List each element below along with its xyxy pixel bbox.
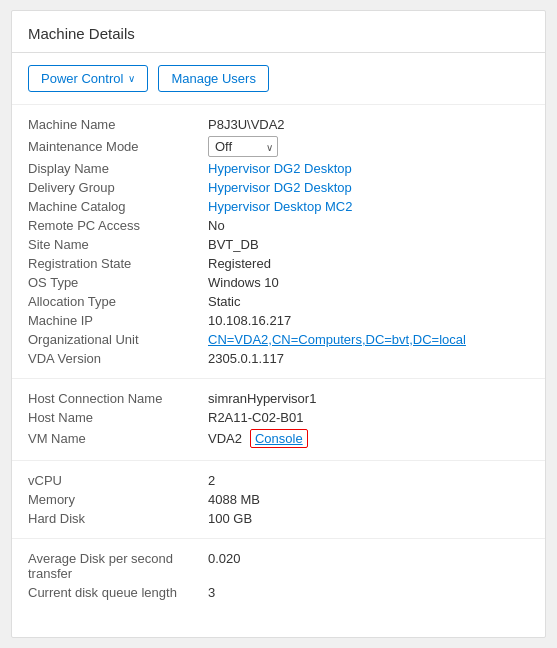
machine-properties-section: Machine Name P8J3U\VDA2 Maintenance Mode… (12, 105, 545, 379)
field-label-remote-pc-access: Remote PC Access (28, 218, 208, 233)
manage-users-button[interactable]: Manage Users (158, 65, 269, 92)
field-label-organizational-unit: Organizational Unit (28, 332, 208, 347)
field-value-site-name: BVT_DB (208, 237, 259, 252)
field-label-delivery-group: Delivery Group (28, 180, 208, 195)
panel-title: Machine Details (12, 11, 545, 53)
field-value-avg-disk-transfer: 0.020 (208, 551, 241, 566)
field-value-hard-disk: 100 GB (208, 511, 252, 526)
field-value-disk-queue-length: 3 (208, 585, 215, 600)
host-info-section: Host Connection Name simranHypervisor1 H… (12, 379, 545, 461)
table-row: Machine Name P8J3U\VDA2 (28, 117, 529, 132)
field-label-site-name: Site Name (28, 237, 208, 252)
field-label-vda-version: VDA Version (28, 351, 208, 366)
field-label-disk-queue-length: Current disk queue length (28, 585, 208, 600)
power-control-label: Power Control (41, 71, 123, 86)
table-row: Maintenance Mode Off On (28, 136, 529, 157)
table-row: OS Type Windows 10 (28, 275, 529, 290)
field-value-vm-name: VDA2 (208, 431, 242, 446)
machine-details-panel: Machine Details Power Control ∨ Manage U… (11, 10, 546, 638)
field-label-vcpu: vCPU (28, 473, 208, 488)
field-value-host-connection-name: simranHypervisor1 (208, 391, 316, 406)
disk-stats-section: Average Disk per second transfer 0.020 C… (12, 539, 545, 612)
field-value-os-type: Windows 10 (208, 275, 279, 290)
maintenance-mode-select[interactable]: Off On (208, 136, 278, 157)
field-label-machine-ip: Machine IP (28, 313, 208, 328)
field-value-vcpu: 2 (208, 473, 215, 488)
field-label-allocation-type: Allocation Type (28, 294, 208, 309)
table-row: Machine IP 10.108.16.217 (28, 313, 529, 328)
table-row: Delivery Group Hypervisor DG2 Desktop (28, 180, 529, 195)
table-row: VDA Version 2305.0.1.117 (28, 351, 529, 366)
field-value-machine-ip: 10.108.16.217 (208, 313, 291, 328)
table-row: Current disk queue length 3 (28, 585, 529, 600)
toolbar: Power Control ∨ Manage Users (12, 53, 545, 105)
field-value-machine-name: P8J3U\VDA2 (208, 117, 285, 132)
field-value-registration-state: Registered (208, 256, 271, 271)
table-row: Display Name Hypervisor DG2 Desktop (28, 161, 529, 176)
table-row: Average Disk per second transfer 0.020 (28, 551, 529, 581)
field-value-delivery-group[interactable]: Hypervisor DG2 Desktop (208, 180, 352, 195)
console-link[interactable]: Console (250, 429, 308, 448)
field-label-maintenance-mode: Maintenance Mode (28, 139, 208, 154)
maintenance-mode-select-wrapper[interactable]: Off On (208, 136, 278, 157)
table-row: vCPU 2 (28, 473, 529, 488)
table-row: Machine Catalog Hypervisor Desktop MC2 (28, 199, 529, 214)
table-row: Memory 4088 MB (28, 492, 529, 507)
field-label-host-name: Host Name (28, 410, 208, 425)
resource-section: vCPU 2 Memory 4088 MB Hard Disk 100 GB (12, 461, 545, 539)
field-label-memory: Memory (28, 492, 208, 507)
field-label-vm-name: VM Name (28, 431, 208, 446)
field-label-machine-catalog: Machine Catalog (28, 199, 208, 214)
field-label-avg-disk-transfer: Average Disk per second transfer (28, 551, 208, 581)
table-row: VM Name VDA2 Console (28, 429, 529, 448)
field-label-hard-disk: Hard Disk (28, 511, 208, 526)
table-row: Host Name R2A11-C02-B01 (28, 410, 529, 425)
field-label-os-type: OS Type (28, 275, 208, 290)
field-value-display-name[interactable]: Hypervisor DG2 Desktop (208, 161, 352, 176)
field-label-display-name: Display Name (28, 161, 208, 176)
field-value-vda-version: 2305.0.1.117 (208, 351, 284, 366)
manage-users-label: Manage Users (171, 71, 256, 86)
field-label-host-connection-name: Host Connection Name (28, 391, 208, 406)
table-row: Organizational Unit CN=VDA2,CN=Computers… (28, 332, 529, 347)
field-value-remote-pc-access: No (208, 218, 225, 233)
table-row: Hard Disk 100 GB (28, 511, 529, 526)
field-value-organizational-unit[interactable]: CN=VDA2,CN=Computers,DC=bvt,DC=local (208, 332, 466, 347)
table-row: Remote PC Access No (28, 218, 529, 233)
field-label-machine-name: Machine Name (28, 117, 208, 132)
field-value-machine-catalog[interactable]: Hypervisor Desktop MC2 (208, 199, 353, 214)
power-control-button[interactable]: Power Control ∨ (28, 65, 148, 92)
field-value-allocation-type: Static (208, 294, 241, 309)
field-label-registration-state: Registration State (28, 256, 208, 271)
table-row: Allocation Type Static (28, 294, 529, 309)
table-row: Host Connection Name simranHypervisor1 (28, 391, 529, 406)
table-row: Site Name BVT_DB (28, 237, 529, 252)
chevron-down-icon: ∨ (128, 73, 135, 84)
table-row: Registration State Registered (28, 256, 529, 271)
field-value-host-name: R2A11-C02-B01 (208, 410, 303, 425)
field-value-memory: 4088 MB (208, 492, 260, 507)
